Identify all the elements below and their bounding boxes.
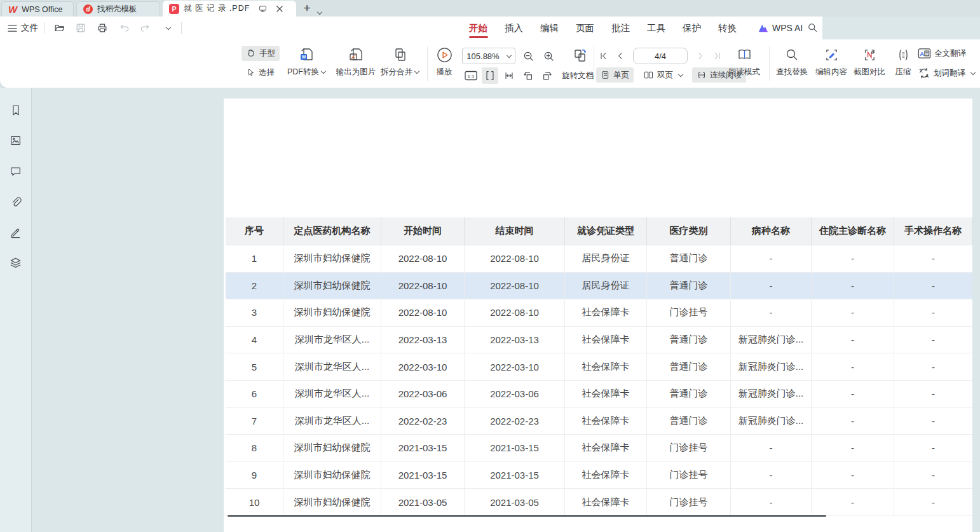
single-page-button[interactable]: 单页: [596, 67, 634, 83]
fit-page-button[interactable]: [482, 67, 498, 84]
layers-icon[interactable]: [6, 253, 25, 272]
export-image-button[interactable]: 输出为图片: [329, 45, 383, 78]
first-page-icon[interactable]: [596, 48, 611, 64]
records-table: 序号定点医药机构名称开始时间结束时间就诊凭证类型医疗类别病种名称住院主诊断名称手…: [226, 217, 972, 516]
table-cell: 2022-03-06: [465, 381, 565, 408]
cursor-icon: [246, 67, 255, 78]
tab-label: 就 医 记 录 .PDF: [184, 3, 250, 14]
wps-ai-logo-icon: [758, 24, 768, 33]
attachment-icon[interactable]: [6, 192, 25, 211]
thumbnail-icon[interactable]: [6, 131, 25, 150]
table-horizontal-scrollbar[interactable]: [228, 515, 826, 517]
left-sidebar: [0, 88, 32, 532]
menu-item-tools[interactable]: 工具: [647, 17, 665, 39]
menu-item-edit[interactable]: 编辑: [540, 17, 559, 39]
table-cell: -: [812, 327, 894, 354]
table-cell: 社会保障卡: [565, 353, 647, 381]
rotate-left-icon[interactable]: [520, 67, 536, 84]
menu-item-insert[interactable]: 插入: [505, 17, 523, 39]
word-translate-button[interactable]: 文A 划词翻译: [918, 65, 975, 81]
table-cell: 2022-08-10: [465, 299, 565, 327]
menu-item-home[interactable]: 开始: [469, 17, 487, 39]
table-cell: 2021-03-15: [381, 462, 465, 489]
signature-pen-icon[interactable]: [6, 222, 25, 242]
save-icon[interactable]: [73, 20, 88, 36]
table-cell: -: [894, 299, 972, 327]
menu-item-convert[interactable]: 转换: [718, 17, 737, 39]
last-page-icon[interactable]: [709, 48, 725, 64]
zoom-level-select[interactable]: 105.88%: [462, 48, 515, 64]
divider: [427, 46, 428, 81]
print-icon[interactable]: [95, 20, 110, 36]
wps-ai-button[interactable]: WPS AI: [758, 17, 803, 39]
table-cell: 普通门诊: [647, 381, 731, 408]
read-mode-button[interactable]: 阅读模式: [725, 45, 764, 78]
search-icon: [785, 45, 799, 64]
table-cell: 社会保障卡: [565, 327, 647, 354]
table-row: 3深圳市妇幼保健院2022-08-102022-08-10社会保障卡门诊挂号--…: [226, 299, 972, 327]
tab-document-pdf[interactable]: P 就 医 记 录 .PDF: [163, 1, 296, 17]
undo-history-chevron-icon[interactable]: [160, 20, 175, 36]
chevron-down-icon: [414, 69, 419, 74]
double-page-button[interactable]: 双页: [639, 67, 687, 83]
table-row: 4深圳市龙华区人...2022-03-132022-03-13社会保障卡普通门诊…: [226, 327, 972, 354]
find-replace-button[interactable]: 查找替换: [773, 45, 811, 78]
compress-button[interactable]: 压缩: [890, 45, 916, 78]
pdf-convert-button[interactable]: W PDF转换: [282, 45, 330, 78]
page-indicator-input[interactable]: 4/4: [633, 48, 688, 64]
table-cell: 普通门诊: [647, 245, 731, 273]
table-cell: -: [731, 245, 812, 273]
table-cell: 9: [226, 462, 283, 489]
window-tab-bar: W WPS Office d 找稻壳模板 P 就 医 记 录 .PDF +: [0, 0, 980, 17]
bookmark-icon[interactable]: [6, 100, 25, 119]
comment-icon[interactable]: [6, 161, 25, 181]
tab-docer-templates[interactable]: d 找稻壳模板: [76, 1, 160, 17]
rotate-doc-label[interactable]: 旋转文档: [562, 71, 594, 81]
menu-item-protect[interactable]: 保护: [683, 17, 701, 39]
hand-tool-button[interactable]: 手型: [242, 46, 280, 61]
redo-icon[interactable]: [138, 20, 153, 36]
zoom-in-icon[interactable]: [541, 48, 556, 64]
rotate-right-icon[interactable]: [539, 67, 555, 84]
next-page-icon[interactable]: [693, 48, 708, 64]
wps-ai-label: WPS AI: [772, 23, 803, 33]
file-menu-button[interactable]: 文件: [8, 22, 38, 34]
menu-search-icon[interactable]: [807, 22, 818, 33]
header-cell: 住院主诊断名称: [812, 217, 894, 245]
fit-width-button[interactable]: [501, 67, 517, 84]
table-cell: 深圳市妇幼保健院: [283, 245, 381, 273]
table-cell: 深圳市妇幼保健院: [283, 462, 381, 489]
menu-bar: 文件 开始插入编辑页面批注工具保护转换 WPS AI: [0, 17, 980, 39]
edit-content-button[interactable]: 编辑内容: [813, 45, 849, 78]
screenshot-compare-button[interactable]: 截图对比: [852, 45, 887, 78]
new-tab-button[interactable]: +: [300, 0, 314, 17]
table-cell: 2021-03-05: [381, 489, 465, 516]
tab-wps-office[interactable]: W WPS Office: [1, 1, 74, 17]
chevron-down-icon: [506, 53, 511, 58]
actual-size-button[interactable]: 1:1: [463, 67, 479, 84]
undo-icon[interactable]: [116, 20, 132, 36]
zoom-out-icon[interactable]: [521, 48, 536, 64]
hand-tool-label: 手型: [259, 48, 275, 59]
full-translate-button[interactable]: A文 全文翻译: [918, 46, 966, 61]
table-cell: 社会保障卡: [565, 489, 647, 516]
table-cell: 2022-08-10: [381, 273, 465, 300]
header-cell: 定点医药机构名称: [283, 217, 381, 245]
header-cell: 就诊凭证类型: [565, 217, 647, 245]
table-cell: 2022-08-10: [381, 245, 465, 273]
split-merge-button[interactable]: 拆分合并: [376, 45, 423, 78]
menu-item-page[interactable]: 页面: [576, 17, 594, 39]
select-tool-button[interactable]: 选择: [242, 65, 279, 80]
swap-pages-icon[interactable]: [573, 48, 588, 64]
close-tab-icon[interactable]: [276, 5, 283, 13]
table-cell: 4: [226, 327, 283, 354]
monitor-icon[interactable]: [258, 4, 268, 13]
open-file-icon[interactable]: [51, 20, 67, 36]
table-cell: 2021-03-15: [465, 462, 565, 489]
play-button[interactable]: 播放: [430, 45, 459, 78]
play-icon: [436, 45, 453, 64]
table-cell: -: [812, 353, 894, 381]
menu-item-comment[interactable]: 批注: [611, 17, 630, 39]
table-row: 1深圳市妇幼保健院2022-08-102022-08-10居民身份证普通门诊--…: [226, 245, 972, 273]
previous-page-icon[interactable]: [613, 48, 628, 64]
